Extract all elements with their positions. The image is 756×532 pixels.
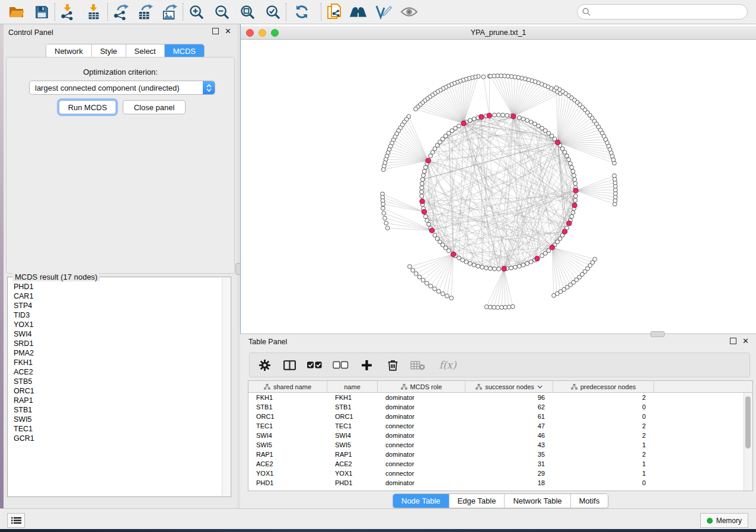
desktop-edge-bottom — [0, 529, 756, 532]
task-history-button[interactable] — [7, 513, 25, 528]
mcds-result-item[interactable]: RAP1 — [9, 396, 222, 405]
column-header[interactable]: name — [327, 381, 378, 392]
table-scrollbar-thumb[interactable] — [745, 396, 751, 448]
column-header[interactable]: shared name — [248, 381, 327, 392]
close-table-panel-icon[interactable]: ✕ — [742, 338, 749, 344]
save-session-icon[interactable] — [32, 2, 51, 21]
memory-label: Memory — [716, 517, 742, 525]
tab-mcds[interactable]: MCDS — [165, 44, 204, 57]
annotation-mode-icon[interactable] — [374, 2, 393, 21]
close-panel-button[interactable]: Close panel — [123, 100, 186, 114]
table-row[interactable]: TEC1TEC1connector472 — [248, 421, 744, 431]
column-header[interactable]: successor nodes — [465, 381, 553, 392]
tab-motifs[interactable]: Motifs — [571, 494, 608, 508]
table-panel: Table Panel ✕ — [240, 334, 756, 508]
table-row[interactable]: STB1STB1dominator620 — [248, 402, 744, 412]
table-row[interactable]: RAP1RAP1dominator352 — [248, 450, 744, 459]
open-session-icon[interactable] — [7, 2, 26, 21]
mcds-result-group: MCDS result (17 nodes) PHD1CAR1STP4TID3Y… — [7, 277, 231, 497]
node-table: shared namenameMCDS rolesuccessor nodesp… — [248, 380, 753, 491]
table-settings-icon[interactable] — [256, 356, 273, 374]
delete-column-icon[interactable] — [384, 356, 401, 374]
tab-style[interactable]: Style — [92, 44, 126, 57]
mcds-result-item[interactable]: TEC1 — [9, 424, 222, 434]
float-panel-icon[interactable] — [212, 28, 219, 34]
show-graphics-details-icon[interactable] — [400, 2, 419, 21]
column-header[interactable]: predecessor nodes — [553, 381, 654, 392]
table-row[interactable]: PHD1PHD1dominator180 — [248, 478, 744, 488]
result-list-scrollbar[interactable] — [222, 278, 230, 496]
tab-network[interactable]: Network — [46, 44, 92, 57]
mcds-result-item[interactable]: STB1 — [9, 405, 222, 415]
network-view-window: YPA_prune.txt_1 — [240, 24, 756, 334]
tab-network-table[interactable]: Network Table — [505, 494, 570, 508]
deselect-all-icon[interactable] — [331, 356, 349, 374]
mcds-result-item[interactable]: PMA2 — [9, 348, 222, 358]
table-row[interactable]: FKH1FKH1dominator962 — [248, 393, 744, 402]
export-table-icon[interactable] — [136, 2, 155, 21]
tab-select[interactable]: Select — [126, 44, 165, 57]
network-graph[interactable] — [241, 40, 756, 332]
control-panel: Control Panel ✕ Network Style Select MCD… — [4, 24, 237, 508]
refresh-layout-icon[interactable] — [292, 2, 311, 21]
table-row[interactable]: ORC1ORC1dominator610 — [248, 412, 744, 421]
function-builder-icon[interactable]: f(x) — [435, 356, 461, 374]
criterion-dropdown[interactable]: largest connected component (undirected) — [29, 81, 215, 95]
add-column-icon[interactable] — [358, 356, 375, 374]
zoom-in-icon[interactable] — [187, 2, 206, 21]
zoom-out-icon[interactable] — [212, 2, 231, 21]
toolbar-separator — [55, 3, 55, 21]
mcds-result-item[interactable]: GCR1 — [9, 434, 222, 443]
zoom-selected-icon[interactable] — [263, 2, 282, 21]
mcds-result-item[interactable]: SWI5 — [9, 415, 222, 424]
network-canvas[interactable] — [241, 40, 756, 332]
search-icon — [582, 8, 591, 16]
memory-button[interactable]: Memory — [700, 513, 748, 528]
clone-network-icon[interactable] — [325, 2, 344, 21]
horizontal-splitter-handle[interactable] — [650, 331, 665, 337]
search-network-icon[interactable] — [349, 2, 368, 21]
table-row[interactable]: SWI4SWI4dominator462 — [248, 431, 744, 440]
float-table-panel-icon[interactable] — [730, 338, 736, 344]
mcds-result-item[interactable]: TID3 — [9, 310, 222, 320]
table-row[interactable]: YOX1YOX1connector291 — [248, 469, 744, 478]
delete-table-icon[interactable] — [409, 356, 426, 374]
mcds-result-item[interactable]: SRD1 — [9, 339, 222, 348]
import-network-icon[interactable] — [59, 2, 78, 21]
dropdown-stepper-icon — [203, 81, 215, 94]
mcds-result-item[interactable]: ORC1 — [9, 386, 222, 396]
zoom-fit-icon[interactable] — [238, 2, 257, 21]
search-input[interactable] — [594, 7, 739, 17]
toolbar-separator — [183, 3, 183, 21]
mcds-result-item[interactable]: YOX1 — [9, 320, 222, 329]
network-search-box[interactable] — [577, 4, 748, 20]
column-header[interactable]: MCDS role — [378, 381, 465, 392]
close-panel-icon[interactable]: ✕ — [225, 28, 231, 34]
tab-node-table[interactable]: Node Table — [393, 494, 449, 508]
mcds-result-item[interactable]: STB5 — [9, 377, 222, 386]
mcds-result-item[interactable]: SWI4 — [9, 329, 222, 339]
table-row[interactable]: SWI5SWI5connector431 — [248, 440, 744, 450]
tab-edge-table[interactable]: Edge Table — [449, 494, 505, 508]
main-toolbar — [0, 0, 756, 24]
select-all-icon[interactable] — [305, 356, 323, 374]
mcds-result-item[interactable]: STP4 — [9, 301, 222, 310]
import-table-icon[interactable] — [85, 2, 104, 21]
toolbar-separator — [286, 3, 286, 21]
criterion-value: largest connected component (undirected) — [35, 84, 203, 92]
control-panel-title: Control Panel — [8, 28, 53, 37]
mcds-result-item[interactable]: PHD1 — [9, 282, 222, 291]
network-window-titlebar[interactable]: YPA_prune.txt_1 — [241, 26, 756, 40]
mcds-result-list[interactable]: PHD1CAR1STP4TID3YOX1SWI4SRD1PMA2FKH1ACE2… — [9, 282, 222, 495]
node-table-header: shared namenameMCDS rolesuccessor nodesp… — [248, 381, 752, 393]
mcds-result-item[interactable]: ACE2 — [9, 367, 222, 377]
export-image-icon[interactable] — [160, 2, 179, 21]
table-row[interactable]: ACE2ACE2connector311 — [248, 459, 744, 469]
mcds-result-item[interactable]: CAR1 — [9, 291, 222, 301]
split-table-icon[interactable] — [280, 356, 298, 374]
run-mcds-button[interactable]: Run MCDS — [59, 100, 116, 114]
export-network-icon[interactable] — [111, 2, 130, 21]
mcds-result-item[interactable]: FKH1 — [9, 358, 222, 367]
table-scrollbar[interactable] — [744, 393, 752, 491]
optimization-criterion-label: Optimization criterion: — [7, 68, 234, 76]
